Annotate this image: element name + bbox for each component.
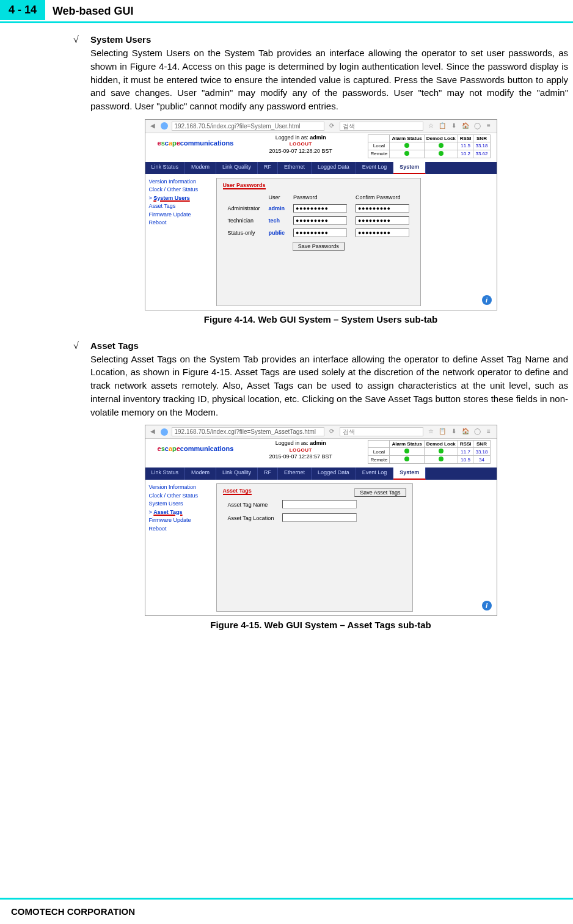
menu-version-info[interactable]: Version Information xyxy=(149,178,216,186)
asset-tag-name-input[interactable] xyxy=(282,500,357,508)
footer-divider xyxy=(0,898,573,900)
status-table: Alarm Status Demod Lock RSSI SNR Local 1… xyxy=(368,440,490,464)
tab-event-log[interactable]: Event Log xyxy=(356,468,394,480)
info-icon[interactable]: i xyxy=(482,295,492,305)
login-status: Logged in as: admin LOGOUT 2015-09-07 12… xyxy=(269,440,333,461)
tab-link-status[interactable]: Link Status xyxy=(145,162,186,174)
tab-link-quality[interactable]: Link Quality xyxy=(216,468,258,480)
tab-event-log[interactable]: Event Log xyxy=(356,162,394,174)
menu-asset-tags[interactable]: > Asset Tags xyxy=(149,508,216,517)
info-icon[interactable]: i xyxy=(482,601,492,610)
password-field[interactable]: ●●●●●●●●● xyxy=(293,229,347,237)
globe-icon xyxy=(161,122,168,130)
figure-4-14-screenshot: ◀ ⟳ ☆ 📋 ⬇ 🏠 ◯ ≡ escapecommunications Log… xyxy=(145,119,497,310)
tab-rf[interactable]: RF xyxy=(258,162,278,174)
form-title: User Passwords xyxy=(223,182,266,189)
search-input[interactable] xyxy=(340,122,423,131)
page-number-tab: 4 - 14 xyxy=(0,0,45,20)
header-strip: escapecommunications Logged in as: admin… xyxy=(145,133,497,162)
col-demod-lock: Demod Lock xyxy=(424,134,458,142)
tab-system[interactable]: System xyxy=(393,162,426,174)
logged-in-label: Logged in as: xyxy=(276,134,310,141)
star-icon[interactable]: ☆ xyxy=(427,428,435,436)
bullet-check-icon: √ xyxy=(73,340,90,351)
logout-link[interactable]: LOGOUT xyxy=(269,447,333,453)
home-icon[interactable]: 🏠 xyxy=(462,428,470,436)
search-input[interactable] xyxy=(340,427,423,436)
tab-ethernet[interactable]: Ethernet xyxy=(278,468,312,480)
home-icon[interactable]: 🏠 xyxy=(462,122,470,130)
menu-asset-tags[interactable]: Asset Tags xyxy=(149,202,216,211)
password-field[interactable]: ●●●●●●●●● xyxy=(293,216,347,225)
page-header: 4 - 14 Web-based GUI xyxy=(0,0,573,23)
menu-version-info[interactable]: Version Information xyxy=(149,483,216,492)
save-asset-tags-button[interactable]: Save Asset Tags xyxy=(354,488,406,497)
user-admin: admin xyxy=(269,205,285,211)
reload-icon[interactable]: ⟳ xyxy=(328,122,336,130)
globe-icon xyxy=(161,428,168,436)
tab-modem[interactable]: Modem xyxy=(185,162,216,174)
password-field[interactable]: ●●●●●●●●● xyxy=(293,204,347,213)
download-icon[interactable]: ⬇ xyxy=(450,122,458,130)
paragraph-system-users: Selecting System Users on the System Tab… xyxy=(90,46,568,113)
col-user: User xyxy=(265,193,289,202)
menu-system-users[interactable]: > System Users xyxy=(149,194,216,203)
save-passwords-button[interactable]: Save Passwords xyxy=(293,242,345,251)
asset-tag-location-input[interactable] xyxy=(282,513,357,522)
asset-tags-form: Asset Tags Save Asset Tags Asset Tag Nam… xyxy=(216,483,413,612)
confirm-password-field[interactable]: ●●●●●●●●● xyxy=(356,216,409,225)
menu-firmware-update[interactable]: Firmware Update xyxy=(149,211,216,219)
tab-link-status[interactable]: Link Status xyxy=(145,468,186,480)
clipboard-icon[interactable]: 📋 xyxy=(439,122,447,130)
field-asset-tag-name-label: Asset Tag Name xyxy=(224,499,278,511)
col-snr: SNR xyxy=(473,441,490,448)
tab-system[interactable]: System xyxy=(393,468,426,480)
led-icon xyxy=(439,151,443,156)
confirm-password-field[interactable]: ●●●●●●●●● xyxy=(356,229,409,237)
col-rssi: RSSI xyxy=(458,441,473,448)
tab-ethernet[interactable]: Ethernet xyxy=(278,162,312,174)
menu-reboot[interactable]: Reboot xyxy=(149,525,216,534)
tab-logged-data[interactable]: Logged Data xyxy=(312,162,356,174)
clipboard-icon[interactable]: 📋 xyxy=(439,428,447,436)
sync-icon[interactable]: ◯ xyxy=(473,428,481,436)
page-title: Web-based GUI xyxy=(53,5,134,18)
menu-firmware-update[interactable]: Firmware Update xyxy=(149,516,216,525)
tab-rf[interactable]: RF xyxy=(258,468,278,480)
menu-system-users[interactable]: System Users xyxy=(149,500,216,508)
page: 4 - 14 Web-based GUI √ System Users Sele… xyxy=(0,0,573,924)
url-bar[interactable] xyxy=(172,122,324,131)
led-icon xyxy=(439,449,443,453)
menu-icon[interactable]: ≡ xyxy=(485,428,493,436)
logged-in-user: admin xyxy=(310,134,326,141)
form-title: Asset Tags xyxy=(223,488,252,495)
menu-reboot[interactable]: Reboot xyxy=(149,219,216,227)
remote-snr: 33.62 xyxy=(473,150,490,158)
nav-back-icon[interactable]: ◀ xyxy=(149,428,157,436)
nav-back-icon[interactable]: ◀ xyxy=(149,122,157,130)
col-alarm-status: Alarm Status xyxy=(390,134,424,142)
local-snr: 33.18 xyxy=(473,448,490,456)
table-row: Asset Tag Location xyxy=(224,512,361,524)
menu-icon[interactable]: ≡ xyxy=(485,122,493,130)
reload-icon[interactable]: ⟳ xyxy=(328,428,336,436)
star-icon[interactable]: ☆ xyxy=(427,122,435,130)
header-strip: escapecommunications Logged in as: admin… xyxy=(145,439,497,468)
col-demod-lock: Demod Lock xyxy=(424,441,458,448)
footer-company: COMOTECH CORPORATION xyxy=(11,906,135,917)
url-bar[interactable] xyxy=(172,427,324,436)
menu-clock-status[interactable]: Clock / Other Status xyxy=(149,186,216,194)
col-snr: SNR xyxy=(473,134,490,142)
confirm-password-field[interactable]: ●●●●●●●●● xyxy=(356,204,409,213)
menu-clock-status[interactable]: Clock / Other Status xyxy=(149,492,216,501)
figure-4-15-screenshot: ◀ ⟳ ☆ 📋 ⬇ 🏠 ◯ ≡ escapecommunications Log… xyxy=(145,425,497,616)
tab-logged-data[interactable]: Logged Data xyxy=(312,468,356,480)
tab-modem[interactable]: Modem xyxy=(185,468,216,480)
login-status: Logged in as: admin LOGOUT 2015-09-07 12… xyxy=(269,134,333,155)
logout-link[interactable]: LOGOUT xyxy=(269,141,333,147)
tab-link-quality[interactable]: Link Quality xyxy=(216,162,258,174)
user-tech: tech xyxy=(269,218,280,224)
side-menu: Version Information Clock / Other Status… xyxy=(149,178,216,306)
sync-icon[interactable]: ◯ xyxy=(473,122,481,130)
download-icon[interactable]: ⬇ xyxy=(450,428,458,436)
